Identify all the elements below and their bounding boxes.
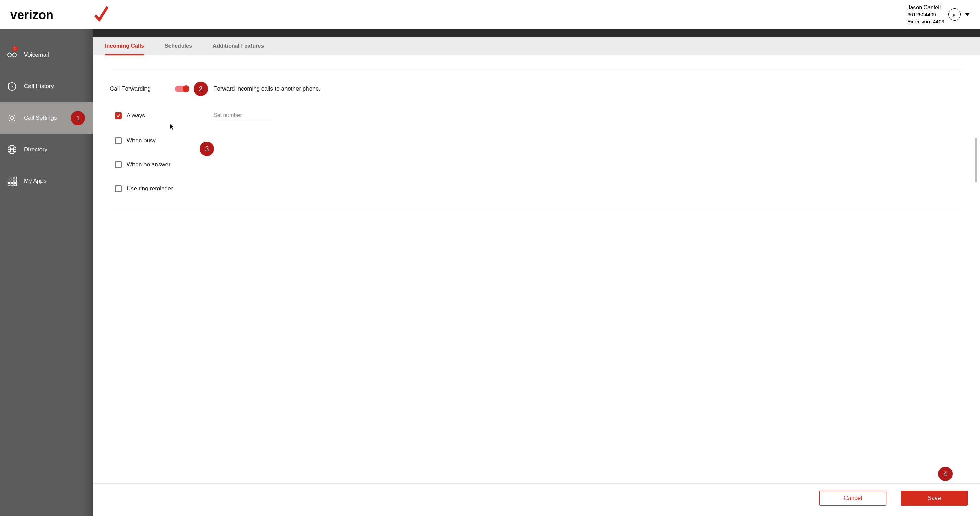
cf-option-label: Always	[127, 112, 145, 119]
top-header: verizon Jason Cantell 3012504409 Extensi…	[0, 0, 980, 29]
verizon-logo-svg: verizon	[10, 4, 108, 25]
annotation-2: 2	[194, 82, 208, 96]
svg-rect-17	[8, 177, 10, 179]
svg-rect-20	[8, 180, 10, 183]
sidebar-item-call-history[interactable]: Call History	[0, 71, 93, 102]
sidebar-item-label: My Apps	[24, 178, 46, 184]
tab-incoming-calls[interactable]: Incoming Calls	[105, 37, 144, 55]
save-button[interactable]: Save	[901, 491, 968, 506]
svg-point-1	[8, 53, 11, 57]
svg-rect-19	[14, 177, 17, 179]
user-block[interactable]: Jason Cantell 3012504409 Extension: 4409…	[907, 4, 970, 25]
svg-line-12	[9, 120, 10, 121]
scrollbar-thumb[interactable]	[975, 138, 977, 182]
svg-text:verizon: verizon	[10, 8, 54, 22]
cf-option-when-no-answer: When no answer	[110, 153, 963, 177]
dark-strip	[93, 29, 980, 37]
svg-line-11	[14, 120, 15, 121]
svg-point-2	[13, 53, 16, 57]
checkbox-when-busy[interactable]	[115, 137, 122, 144]
cf-option-ring-reminder: Use ring reminder	[110, 177, 963, 201]
annotation-1: 1	[71, 111, 85, 125]
sidebar-item-label: Directory	[24, 146, 47, 153]
svg-line-10	[9, 115, 10, 116]
user-extension: Extension: 4409	[907, 18, 944, 25]
sidebar-item-directory[interactable]: Directory	[0, 134, 93, 165]
footer-bar: 4 Cancel Save	[93, 483, 980, 516]
verizon-logo: verizon	[10, 4, 108, 25]
cf-option-label: When no answer	[127, 161, 170, 168]
svg-rect-25	[14, 184, 17, 186]
svg-rect-21	[11, 180, 13, 183]
cancel-button[interactable]: Cancel	[819, 491, 886, 506]
settings-scroll-area[interactable]: Call Forwarding 2 Forward incoming calls…	[93, 55, 980, 483]
apps-grid-icon	[6, 175, 18, 187]
tabs-row: Incoming Calls Schedules Additional Feat…	[93, 37, 980, 55]
checkbox-always[interactable]	[115, 112, 122, 119]
svg-rect-24	[11, 184, 13, 186]
cf-option-when-busy: When busy	[110, 129, 963, 153]
cf-option-always: Always	[110, 102, 963, 129]
call-forwarding-description: Forward incoming calls to another phone.	[213, 86, 320, 92]
user-name: Jason Cantell	[907, 4, 944, 11]
svg-line-13	[14, 115, 15, 116]
sidebar-item-my-apps[interactable]: My Apps	[0, 165, 93, 197]
checkbox-ring-reminder[interactable]	[115, 185, 122, 192]
sidebar-item-voicemail[interactable]: Voicemail 1	[0, 39, 93, 71]
sidebar-item-label: Call Settings	[24, 114, 57, 121]
call-forwarding-toggle[interactable]	[175, 86, 189, 92]
set-number-input[interactable]	[213, 111, 275, 120]
svg-rect-22	[14, 180, 17, 183]
toggle-knob	[183, 86, 189, 92]
tab-additional-features[interactable]: Additional Features	[213, 37, 264, 55]
checkbox-when-no-answer[interactable]	[115, 161, 122, 168]
call-forwarding-row: Call Forwarding 2 Forward incoming calls…	[110, 69, 963, 102]
cf-option-label: Use ring reminder	[127, 185, 173, 192]
sidebar-item-label: Call History	[24, 83, 54, 90]
svg-rect-23	[8, 184, 10, 186]
voicemail-badge: 1	[12, 46, 18, 51]
tab-schedules[interactable]: Schedules	[165, 37, 192, 55]
user-text: Jason Cantell 3012504409 Extension: 4409	[907, 4, 944, 25]
call-forwarding-title: Call Forwarding	[110, 86, 175, 92]
globe-icon	[6, 144, 18, 156]
svg-point-5	[10, 116, 13, 119]
user-phone: 3012504409	[907, 11, 944, 18]
call-history-icon	[6, 81, 18, 92]
gear-icon	[6, 112, 18, 124]
avatar[interactable]: jc	[948, 8, 961, 21]
content-pane: Incoming Calls Schedules Additional Feat…	[93, 29, 980, 516]
cf-option-label: When busy	[127, 137, 156, 144]
svg-rect-18	[11, 177, 13, 179]
chevron-down-icon[interactable]	[965, 13, 970, 16]
sidebar-item-call-settings[interactable]: Call Settings 1	[0, 102, 93, 134]
sidebar-item-label: Voicemail	[24, 51, 49, 58]
sidebar: Voicemail 1 Call History	[0, 29, 93, 516]
